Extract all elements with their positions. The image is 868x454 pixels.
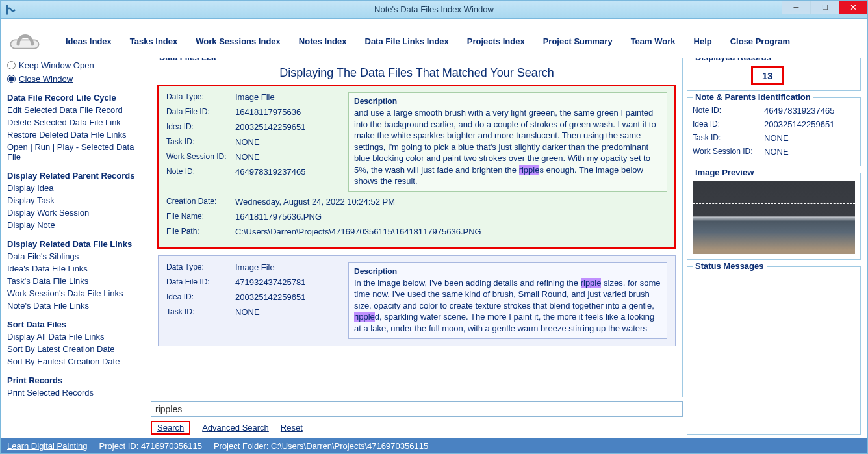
- value-idea-id: 200325142259651: [235, 292, 305, 302]
- label-creation-date: Creation Date:: [166, 197, 235, 207]
- status-bar: Learn Digital Painting Project ID: 47169…: [1, 438, 867, 453]
- sort-earliest[interactable]: Sort By Earilest Creation Date: [7, 357, 147, 366]
- value-task-id: NONE: [235, 137, 260, 147]
- display-all-links[interactable]: Display All Data File Links: [7, 332, 147, 342]
- work-session-data-file-links[interactable]: Work Session's Data File Links: [7, 288, 147, 298]
- data-file-record[interactable]: Data Type:Image File Data File ID:471932…: [158, 255, 676, 346]
- data-files-list-legend: Data Files List: [157, 58, 219, 62]
- search-input[interactable]: [151, 401, 683, 417]
- search-button[interactable]: Search: [151, 421, 190, 435]
- label-task-id: Task ID:: [166, 137, 235, 147]
- print-heading: Print Records: [7, 375, 147, 385]
- display-note[interactable]: Display Note: [7, 220, 147, 230]
- sort-heading: Sort Data Files: [7, 320, 147, 329]
- advanced-search-link[interactable]: Advanced Search: [202, 423, 269, 433]
- menu-help[interactable]: Help: [694, 36, 712, 46]
- keep-window-open-radio[interactable]: [7, 61, 16, 69]
- label-work-session-id: Work Session ID:: [166, 152, 235, 162]
- image-preview-legend: Image Preview: [693, 168, 756, 177]
- app-icon: [5, 3, 18, 16]
- label-file-path: File Path:: [166, 227, 235, 236]
- value-work-session-id: NONE: [235, 152, 260, 162]
- menu-tasks-index[interactable]: Tasks Index: [130, 36, 177, 46]
- menu-team-work[interactable]: Team Work: [631, 36, 676, 46]
- list-scroll[interactable]: Data Type:Image File Data File ID:164181…: [154, 85, 680, 394]
- display-idea[interactable]: Display Idea: [7, 183, 147, 193]
- menu-ideas-index[interactable]: Ideas Index: [66, 36, 112, 46]
- menu-projects-index[interactable]: Projects Index: [467, 36, 525, 46]
- label-idea-id: Idea ID:: [166, 122, 235, 132]
- edit-selected-record[interactable]: Edit Selected Data File Record: [7, 105, 147, 115]
- sort-latest[interactable]: Sort By Latest Creation Date: [7, 344, 147, 354]
- image-preview-panel: Image Preview: [687, 173, 861, 260]
- value-note-id: 464978319237465: [235, 167, 305, 177]
- label-data-type: Data Type:: [166, 92, 235, 102]
- maximize-button[interactable]: ☐: [810, 1, 839, 14]
- value-file-name: 16418117975636.PNG: [235, 212, 322, 221]
- id-idea-label: Idea ID:: [693, 120, 764, 129]
- display-task[interactable]: Display Task: [7, 195, 147, 205]
- data-file-siblings[interactable]: Data File's Siblings: [7, 251, 147, 261]
- main-menu: Ideas Index Tasks Index Work Sessions In…: [2, 20, 866, 58]
- value-file-path: C:\Users\Darren\Projects\4716970356115\1…: [235, 227, 481, 236]
- identification-panel: Note & Parents Identification Note ID:46…: [687, 97, 861, 166]
- status-messages-legend: Status Messages: [693, 261, 767, 271]
- note-data-file-links[interactable]: Note's Data File Links: [7, 301, 147, 310]
- displayed-count: 13: [751, 66, 784, 85]
- label-data-file-id: Data File ID:: [166, 107, 235, 117]
- keep-window-open-label[interactable]: Keep Window Open: [19, 60, 94, 70]
- displayed-records-legend: Displayed Records: [693, 58, 774, 62]
- restore-deleted-links[interactable]: Restore Deleted Data File Links: [7, 130, 147, 140]
- logo-icon: [8, 28, 41, 54]
- lifecycle-heading: Data File Record Life Cycle: [7, 93, 147, 103]
- close-window-label[interactable]: Close Window: [19, 74, 73, 84]
- value-idea-id: 200325142259651: [235, 122, 305, 132]
- identification-legend: Note & Parents Identification: [693, 92, 813, 102]
- minimize-button[interactable]: ─: [782, 1, 810, 14]
- data-files-list-panel: Data Files List Displaying The Data File…: [151, 58, 683, 397]
- menu-work-sessions-index[interactable]: Work Sessions Index: [196, 36, 281, 46]
- menu-project-summary[interactable]: Project Summary: [543, 36, 613, 46]
- reset-link[interactable]: Reset: [281, 423, 303, 433]
- id-note-value: 464978319237465: [764, 106, 834, 116]
- highlight-ripple: ripple: [354, 312, 375, 322]
- sidebar: Keep Window Open Close Window Data File …: [7, 58, 147, 435]
- id-idea-value: 200325142259651: [764, 120, 834, 129]
- close-button[interactable]: ✕: [839, 1, 867, 14]
- related-heading: Display Related Data File Links: [7, 239, 147, 249]
- description-heading: Description: [354, 267, 661, 276]
- data-file-record-selected[interactable]: Data Type:Image File Data File ID:164181…: [158, 85, 676, 249]
- task-data-file-links[interactable]: Task's Data File Links: [7, 276, 147, 286]
- label-task-id: Task ID:: [166, 307, 235, 317]
- idea-data-file-links[interactable]: Idea's Data File Links: [7, 264, 147, 273]
- menu-notes-index[interactable]: Notes Index: [299, 36, 347, 46]
- status-messages-panel: Status Messages: [687, 266, 861, 435]
- menu-close-program[interactable]: Close Program: [730, 36, 790, 46]
- parents-heading: Display Related Parent Records: [7, 171, 147, 181]
- description-box: Description and use a large smooth brush…: [348, 92, 667, 192]
- label-file-name: File Name:: [166, 212, 235, 221]
- value-data-file-id: 16418117975636: [235, 107, 301, 117]
- id-task-value: NONE: [764, 133, 789, 143]
- id-ws-label: Work Session ID:: [693, 147, 764, 157]
- description-text: In the image below, I've been adding det…: [354, 277, 661, 334]
- delete-selected-link[interactable]: Delete Selected Data File Link: [7, 118, 147, 127]
- value-data-type: Image File: [235, 262, 275, 272]
- footer-project-folder: Project Folder: C:\Users\Darren\Projects…: [214, 441, 428, 451]
- value-creation-date: Wednesday, August 24, 2022 10:24:52 PM: [235, 197, 395, 207]
- svg-rect-0: [10, 40, 38, 48]
- window-title: Note's Data Files Index Window: [374, 5, 494, 14]
- value-task-id: NONE: [235, 307, 260, 317]
- close-window-radio[interactable]: [7, 75, 16, 83]
- display-work-session[interactable]: Display Work Session: [7, 208, 147, 218]
- description-heading: Description: [354, 97, 661, 106]
- image-preview[interactable]: [693, 181, 855, 254]
- menu-data-file-links-index[interactable]: Data File Links Index: [365, 36, 449, 46]
- title-bar: Note's Data Files Index Window ─ ☐ ✕: [1, 1, 867, 19]
- footer-learn-link[interactable]: Learn Digital Painting: [7, 441, 88, 451]
- open-run-play-selected[interactable]: Open | Run | Play - Selected Data File: [7, 142, 147, 162]
- label-data-type: Data Type:: [166, 262, 235, 272]
- print-selected[interactable]: Print Selected Records: [7, 388, 147, 397]
- label-idea-id: Idea ID:: [166, 292, 235, 302]
- value-data-file-id: 471932437425781: [235, 277, 305, 287]
